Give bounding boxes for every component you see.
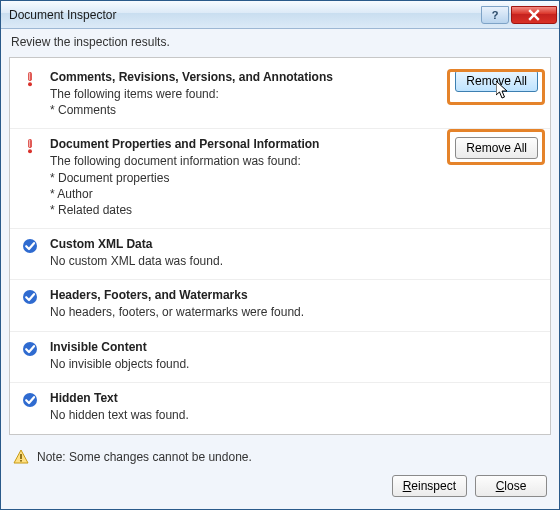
section-title: Headers, Footers, and Watermarks	[50, 288, 418, 302]
section-title: Hidden Text	[50, 391, 418, 405]
instruction-text: Review the inspection results.	[1, 29, 559, 57]
annotation-highlight	[447, 69, 545, 105]
annotation-highlight	[447, 129, 545, 165]
results-panel: Comments, Revisions, Versions, and Annot…	[9, 57, 551, 435]
inspection-section: Invisible ContentNo invisible objects fo…	[10, 331, 550, 382]
reinspect-button[interactable]: Reinspect	[392, 475, 467, 497]
section-title: Custom XML Data	[50, 237, 418, 251]
help-button[interactable]: ?	[481, 6, 509, 24]
section-title: Invisible Content	[50, 340, 418, 354]
section-body: No headers, footers, or watermarks were …	[50, 304, 418, 320]
close-icon	[528, 9, 540, 21]
footer-note-text: Note: Some changes cannot be undone.	[37, 450, 252, 464]
svg-point-8	[23, 342, 37, 356]
exclamation-icon	[22, 71, 38, 87]
status-icon-slot	[22, 340, 40, 357]
section-body: The following document information was f…	[50, 153, 418, 218]
inspection-section: Custom XML DataNo custom XML data was fo…	[10, 228, 550, 279]
section-text: Invisible ContentNo invisible objects fo…	[50, 340, 418, 372]
exclamation-icon	[22, 138, 38, 154]
status-icon-slot	[22, 391, 40, 408]
checkmark-icon	[22, 238, 38, 254]
dialog-window: Document Inspector ? Review the inspecti…	[0, 0, 560, 510]
section-text: Custom XML DataNo custom XML data was fo…	[50, 237, 418, 269]
section-body: No hidden text was found.	[50, 407, 418, 423]
close-window-button[interactable]	[511, 6, 557, 24]
status-icon-slot	[22, 137, 40, 154]
inspection-section: Hidden TextNo hidden text was found.	[10, 382, 550, 433]
svg-point-6	[23, 239, 37, 253]
section-title: Document Properties and Personal Informa…	[50, 137, 418, 151]
status-icon-slot	[22, 70, 40, 87]
svg-rect-5	[29, 140, 30, 148]
checkmark-icon	[22, 392, 38, 408]
titlebar: Document Inspector ?	[1, 1, 559, 29]
section-body: The following items were found: * Commen…	[50, 86, 418, 118]
svg-point-7	[23, 290, 37, 304]
footer-buttons: Reinspect Close	[13, 475, 547, 497]
alert-icon	[13, 449, 29, 465]
dialog-footer: Note: Some changes cannot be undone. Rei…	[1, 443, 559, 509]
status-icon-slot	[22, 237, 40, 254]
close-button[interactable]: Close	[475, 475, 547, 497]
section-text: Hidden TextNo hidden text was found.	[50, 391, 418, 423]
window-title: Document Inspector	[9, 8, 481, 22]
section-body: No invisible objects found.	[50, 356, 418, 372]
svg-point-9	[23, 393, 37, 407]
svg-rect-11	[20, 460, 22, 462]
checkmark-icon	[22, 289, 38, 305]
section-text: Comments, Revisions, Versions, and Annot…	[50, 70, 418, 118]
svg-rect-10	[20, 454, 22, 459]
section-title: Comments, Revisions, Versions, and Annot…	[50, 70, 418, 84]
checkmark-icon	[22, 341, 38, 357]
section-text: Headers, Footers, and WatermarksNo heade…	[50, 288, 418, 320]
section-text: Document Properties and Personal Informa…	[50, 137, 418, 218]
status-icon-slot	[22, 288, 40, 305]
svg-rect-2	[29, 73, 30, 81]
inspection-section: Headers, Footers, and WatermarksNo heade…	[10, 279, 550, 330]
titlebar-buttons: ?	[481, 6, 557, 24]
footer-note: Note: Some changes cannot be undone.	[13, 449, 547, 465]
section-body: No custom XML data was found.	[50, 253, 418, 269]
svg-point-4	[28, 150, 32, 154]
svg-point-1	[28, 82, 32, 86]
